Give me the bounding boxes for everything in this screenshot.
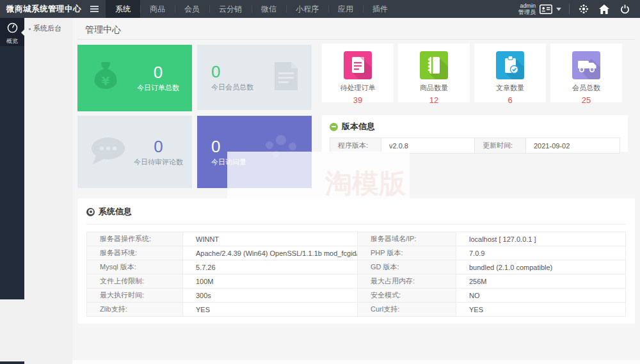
page-title: 管理中心 xyxy=(85,24,121,36)
dots-decoration xyxy=(262,132,303,164)
hamburger-menu-icon[interactable] xyxy=(86,0,102,18)
stat-value: 0 xyxy=(211,138,246,155)
stat-label: 今日会员总数 xyxy=(211,83,253,92)
sidebar-item-label: 概览 xyxy=(0,37,24,45)
pending-orders-card[interactable]: 待处理订单 39 xyxy=(322,44,394,102)
info-value: 5.7.26 xyxy=(183,260,358,274)
version-value: v2.0.8 xyxy=(381,138,475,154)
rail-bottom-strip xyxy=(0,361,24,364)
watermark-text: 淘模版 xyxy=(325,170,406,197)
main-content: 管理中心 ¥ 0 今日订单总数 0 今日会员总数 xyxy=(72,18,640,364)
chat-bubble-icon xyxy=(89,135,127,170)
app-title: 微商城系统管理中心 xyxy=(0,4,86,15)
info-label: PHP 版本: xyxy=(358,246,456,260)
info-label: 服务器操作系统: xyxy=(87,232,183,246)
summary-stats: 待处理订单 39 商品数量 12 文章数量 6 会员总数 25 xyxy=(322,44,622,102)
table-row: 服务器操作系统: WINNT 服务器域名/IP: localhost [ 127… xyxy=(87,232,626,246)
stat-label: 今日访问量 xyxy=(211,157,246,167)
stat-label: 商品数量 xyxy=(398,83,470,93)
header-divider xyxy=(569,4,570,14)
user-menu[interactable]: admin 管理员 xyxy=(518,0,561,18)
stat-value: 12 xyxy=(398,95,470,105)
nav-tab-distribution[interactable]: 云分销 xyxy=(209,0,252,18)
members-total-card[interactable]: 会员总数 25 xyxy=(550,44,622,102)
info-label: Zlib支持: xyxy=(87,303,183,317)
info-label: 最大执行时间: xyxy=(87,289,183,303)
table-row: 文件上传限制: 100M 最大占用内存: 256M xyxy=(87,274,626,289)
section-divider xyxy=(86,224,626,225)
nav-tab-plugins[interactable]: 插件 xyxy=(363,0,397,18)
version-label: 程序版本: xyxy=(330,138,381,154)
svg-text:¥: ¥ xyxy=(102,74,110,88)
version-icon xyxy=(330,123,338,131)
version-info-section: 版本信息 程序版本: v2.0.8 更新时间: 2021-09-02 xyxy=(322,115,628,152)
info-value: NO xyxy=(456,289,626,303)
goods-count-card[interactable]: 商品数量 12 xyxy=(398,44,470,102)
gauge-icon xyxy=(6,25,19,36)
table-row: 最大执行时间: 300s 安全模式: NO xyxy=(87,289,626,303)
id-card-icon xyxy=(540,0,552,18)
info-label: 安全模式: xyxy=(358,289,456,303)
info-label: Curl支持: xyxy=(358,303,456,317)
stat-value: 0 xyxy=(134,138,183,155)
info-value: 256M xyxy=(456,274,626,289)
sidebar-rail: 概览 xyxy=(0,18,24,299)
nav-tab-miniprogram[interactable]: 小程序 xyxy=(286,0,328,18)
home-icon[interactable] xyxy=(598,0,611,18)
stat-value: 25 xyxy=(550,95,622,105)
info-value: 100M xyxy=(183,274,358,289)
stat-label: 会员总数 xyxy=(550,83,622,93)
username: admin xyxy=(518,3,536,9)
updated-label: 更新时间: xyxy=(475,138,526,154)
main-nav: 系统 商品 会员 云分销 微信 小程序 应用 插件 xyxy=(106,0,397,18)
order-icon xyxy=(344,51,372,79)
document-icon xyxy=(269,58,303,97)
info-label: 服务器环境: xyxy=(87,246,183,260)
stat-label: 今日订单总数 xyxy=(137,83,179,93)
nav-tab-wechat[interactable]: 微信 xyxy=(252,0,286,18)
stat-label: 今日待审评论数 xyxy=(134,157,183,167)
info-label: 文件上传限制: xyxy=(87,274,183,289)
system-info-table: 服务器操作系统: WINNT 服务器域名/IP: localhost [ 127… xyxy=(86,232,626,317)
nav-tab-apps[interactable]: 应用 xyxy=(328,0,363,18)
table-row: Zlib支持: YES Curl支持: YES xyxy=(87,303,626,317)
target-icon xyxy=(86,208,95,216)
info-value: 300s xyxy=(183,289,358,303)
chevron-down-icon xyxy=(556,8,561,11)
info-value: YES xyxy=(456,303,626,317)
logout-power-icon[interactable] xyxy=(618,0,631,18)
stat-value: 0 xyxy=(137,63,179,81)
info-value: localhost [ 127.0.0.1 ] xyxy=(456,232,626,246)
nav-tab-system[interactable]: 系统 xyxy=(106,0,140,18)
page-header: 管理中心 xyxy=(77,18,635,40)
clear-cache-icon[interactable] xyxy=(577,0,590,18)
stat-label: 待处理订单 xyxy=(322,83,394,93)
today-members-card[interactable]: 0 今日会员总数 xyxy=(197,45,312,110)
money-bag-icon: ¥ xyxy=(88,59,124,97)
section-title: 系统信息 xyxy=(99,206,132,218)
top-header: 微商城系统管理中心 系统 商品 会员 云分销 微信 小程序 应用 插件 admi… xyxy=(0,0,640,18)
info-label: Mysql 版本: xyxy=(87,260,183,274)
stat-label: 文章数量 xyxy=(474,83,546,93)
submenu-item-system-backend[interactable]: 系统后台 xyxy=(24,18,72,39)
stat-value: 39 xyxy=(322,95,394,105)
info-value: YES xyxy=(183,303,358,317)
today-comments-card[interactable]: 0 今日待审评论数 xyxy=(77,116,192,188)
updated-value: 2021-09-02 xyxy=(526,138,620,154)
nav-tab-members[interactable]: 会员 xyxy=(175,0,209,18)
section-title: 版本信息 xyxy=(342,121,375,132)
today-visits-card[interactable]: 0 今日访问量 xyxy=(197,116,312,188)
info-value: 7.0.9 xyxy=(456,246,626,260)
articles-count-card[interactable]: 文章数量 6 xyxy=(474,44,546,102)
today-orders-card[interactable]: ¥ 0 今日订单总数 xyxy=(77,45,192,111)
table-row: 服务器环境: Apache/2.4.39 (Win64) OpenSSL/1.1… xyxy=(87,246,626,260)
system-info-section: 系统信息 服务器操作系统: WINNT 服务器域名/IP: localhost … xyxy=(77,198,635,324)
submenu-active-arrow xyxy=(21,29,24,36)
nav-tab-goods[interactable]: 商品 xyxy=(140,0,175,18)
info-label: GD 版本: xyxy=(358,260,456,274)
info-value: bundled (2.1.0 compatible) xyxy=(456,260,626,274)
version-table: 程序版本: v2.0.8 更新时间: 2021-09-02 xyxy=(330,138,620,154)
dashboard-cards: ¥ 0 今日订单总数 0 今日会员总数 0 今日待审评论数 xyxy=(77,45,312,189)
stat-value: 6 xyxy=(474,95,546,105)
stat-value: 0 xyxy=(211,63,253,81)
